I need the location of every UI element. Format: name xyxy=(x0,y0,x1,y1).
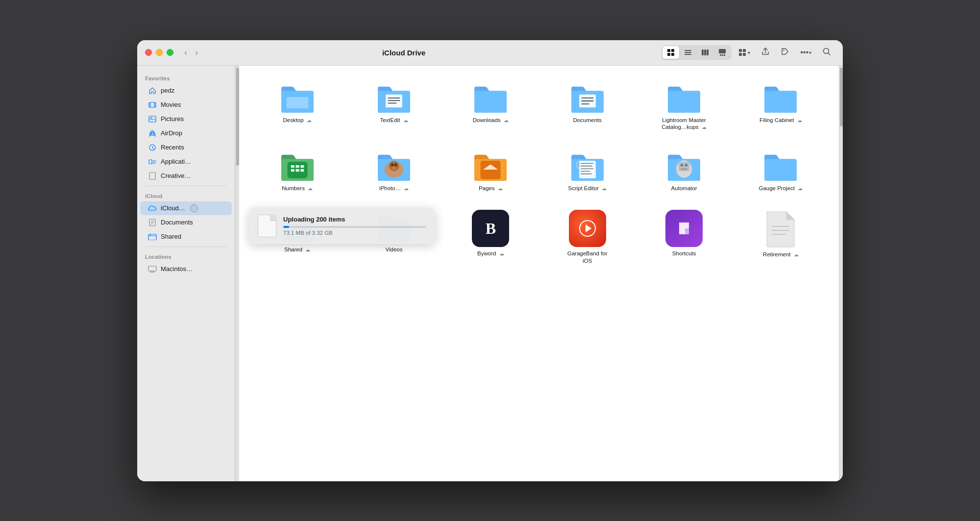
sidebar-item-pictures[interactable]: Pictures xyxy=(140,112,232,126)
svg-rect-2 xyxy=(667,53,670,56)
svg-rect-64 xyxy=(291,169,294,172)
svg-rect-42 xyxy=(148,266,156,271)
view-grid-button[interactable] xyxy=(662,46,679,59)
toolbar-right: ▾ •••▾ xyxy=(662,44,835,61)
svg-rect-8 xyxy=(704,50,706,55)
sidebar-item-icloud-label: iCloud… xyxy=(161,204,185,212)
iphoto-file-name: iPhoto… ☁ xyxy=(379,185,409,192)
svg-point-73 xyxy=(395,164,397,166)
search-button[interactable] xyxy=(818,44,835,61)
svg-rect-51 xyxy=(474,91,507,112)
search-icon xyxy=(822,47,831,56)
scripteditor-folder-icon xyxy=(568,149,607,182)
lightroom-folder-icon xyxy=(664,80,704,114)
tag-icon xyxy=(781,47,789,56)
textedit-folder-icon xyxy=(374,80,414,114)
file-item-byword[interactable]: B Byword ☁ xyxy=(444,205,537,270)
svg-rect-0 xyxy=(667,49,670,52)
file-item-iphoto[interactable]: iPhoto… ☁ xyxy=(347,144,440,197)
sidebar-item-documents-label: Documents xyxy=(161,219,193,226)
sidebar-item-icloud[interactable]: iCloud… ⓘ xyxy=(140,201,232,215)
view-list-button[interactable] xyxy=(680,46,696,59)
svg-rect-76 xyxy=(481,161,501,179)
file-item-retirement[interactable]: Retirement ☁ xyxy=(735,205,827,270)
more-button[interactable]: •••▾ xyxy=(796,45,815,60)
sidebar-scroll-thumb[interactable] xyxy=(236,68,239,166)
files-scrollbar[interactable] xyxy=(839,66,843,481)
documents-folder-icon xyxy=(568,80,607,114)
lightroom-file-name: Lightroom MasterCatalog…kups ☁ xyxy=(662,117,707,131)
svg-rect-1 xyxy=(671,49,674,52)
upload-progress-tooltip: Uploading 200 items 73.1 MB of 3.32 GB xyxy=(249,208,435,244)
file-item-scripteditor[interactable]: Script Editor ☁ xyxy=(541,144,634,197)
gaugeproject-folder-icon xyxy=(761,149,800,182)
file-item-shortcuts[interactable]: Shortcuts xyxy=(637,205,730,270)
share-icon xyxy=(761,47,770,56)
view-column-button[interactable] xyxy=(697,46,713,59)
upload-title: Uploading 200 items xyxy=(283,216,426,223)
share-button[interactable] xyxy=(757,44,774,61)
retirement-doc-icon xyxy=(765,210,796,248)
sidebar-item-shared-label: Shared xyxy=(161,233,181,240)
icloud-info-button[interactable]: ⓘ xyxy=(190,204,198,212)
file-item-lightroom[interactable]: Lightroom MasterCatalog…kups ☁ xyxy=(637,75,730,136)
file-item-downloads[interactable]: Downloads ☁ xyxy=(444,75,537,136)
grid-icon xyxy=(667,49,675,56)
tag-button[interactable] xyxy=(777,44,793,61)
gallery-icon xyxy=(718,49,726,56)
upload-doc-icon xyxy=(258,215,276,237)
file-item-textedit[interactable]: TextEdit ☁ xyxy=(347,75,440,136)
upload-progress-fill xyxy=(283,226,289,228)
upload-progress-bar xyxy=(283,226,426,228)
file-item-numbers[interactable]: Numbers ☁ xyxy=(251,144,343,197)
file-item-desktop[interactable]: Desktop ☁ xyxy=(251,75,343,136)
svg-rect-3 xyxy=(671,53,674,56)
svg-rect-17 xyxy=(743,53,746,56)
sidebar-item-airdrop[interactable]: AirDrop xyxy=(140,126,232,140)
sidebar-item-applications[interactable]: Applicati… xyxy=(140,155,232,169)
numbers-file-name: Numbers ☁ xyxy=(282,185,313,192)
svg-rect-41 xyxy=(148,234,156,240)
sidebar-item-recents-label: Recents xyxy=(161,144,184,151)
downloads-file-name: Downloads ☁ xyxy=(473,117,509,124)
window-title: iCloud Drive xyxy=(146,49,662,57)
sidebar-item-pedz-label: pedz xyxy=(161,87,174,94)
svg-point-72 xyxy=(392,164,393,166)
numbers-folder-icon xyxy=(278,149,317,182)
upload-size: 73.1 MB of 3.32 GB xyxy=(283,230,426,236)
file-item-automator[interactable]: Automator xyxy=(637,144,730,197)
svg-rect-13 xyxy=(724,54,725,56)
sidebar-item-documents[interactable]: Documents xyxy=(140,216,232,229)
files-scroll-thumb[interactable] xyxy=(840,68,843,126)
desktop-folder-icon xyxy=(278,80,317,114)
sidebar-item-recents[interactable]: Recents xyxy=(140,141,232,154)
sidebar-item-movies-label: Movies xyxy=(161,101,181,108)
sidebar-item-pedz[interactable]: pedz xyxy=(140,84,232,98)
file-item-garageband[interactable]: GarageBand foriOS xyxy=(541,205,634,270)
file-item-filing[interactable]: Filing Cabinet ☁ xyxy=(735,75,827,136)
svg-rect-21 xyxy=(149,102,156,107)
sidebar-item-macintosh[interactable]: Macintos… xyxy=(140,262,232,276)
sidebar-divider-1 xyxy=(145,186,227,186)
sidebar-item-creative[interactable]: Creative… xyxy=(140,169,232,183)
sidebar-item-shared[interactable]: Shared xyxy=(140,230,232,244)
file-item-pages[interactable]: Pages ☁ xyxy=(444,144,537,197)
sidebar-scrollbar[interactable] xyxy=(235,66,239,481)
svg-rect-88 xyxy=(764,159,797,181)
automator-folder-icon xyxy=(664,149,704,182)
titlebar: ‹ › iCloud Drive xyxy=(137,40,843,66)
column-icon xyxy=(701,49,709,56)
group-button[interactable]: ▾ xyxy=(735,46,754,59)
view-gallery-button[interactable] xyxy=(714,46,731,59)
svg-rect-28 xyxy=(149,116,156,122)
file-item-documents-folder[interactable]: Documents xyxy=(541,75,634,136)
shared-file-name: Shared ☁ xyxy=(284,246,310,253)
icloud-header: iCloud xyxy=(137,189,235,201)
file-item-gaugeproject[interactable]: Gauge Project ☁ xyxy=(735,144,827,197)
home-icon xyxy=(148,86,157,95)
byword-app-icon: B xyxy=(472,210,509,247)
locations-header: Locations xyxy=(137,250,235,262)
sidebar-item-movies[interactable]: Movies xyxy=(140,98,232,112)
sidebar-divider-2 xyxy=(145,247,227,247)
svg-rect-57 xyxy=(668,91,700,112)
